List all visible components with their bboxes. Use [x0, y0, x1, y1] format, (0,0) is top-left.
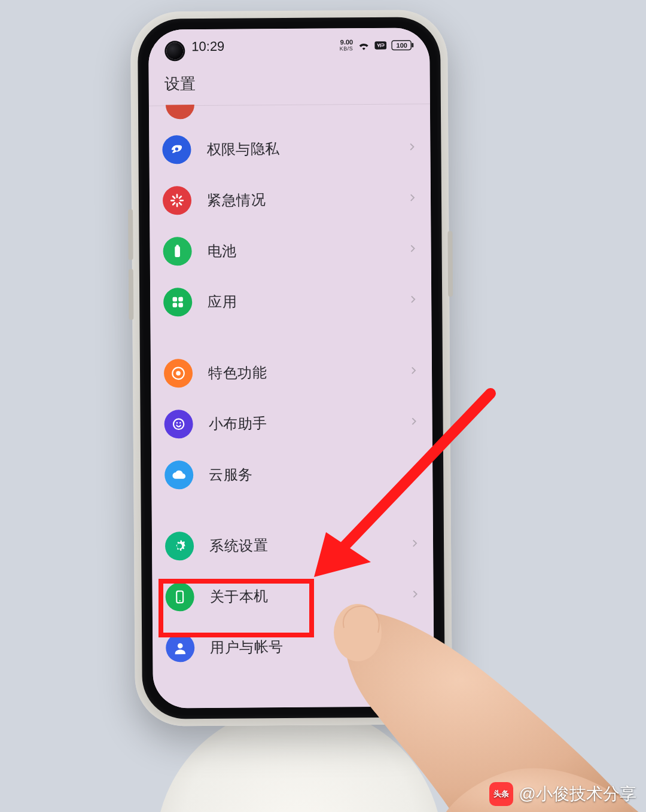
user-icon [166, 633, 194, 662]
svg-point-3 [175, 147, 178, 150]
volume-up-button [128, 209, 133, 260]
settings-item-label: 用户与帐号 [210, 636, 410, 657]
settings-item-label: 小布助手 [209, 413, 409, 433]
svg-point-16 [179, 600, 181, 601]
network-speed-indicator: 9.00 KB/S [340, 39, 354, 52]
cloud-icon [164, 460, 193, 489]
settings-item-accounts[interactable]: 用户与帐号 [153, 620, 434, 673]
settings-item-label: 关于本机 [210, 585, 410, 606]
chevron-right-icon [408, 365, 419, 378]
svg-rect-5 [176, 245, 178, 246]
svg-rect-9 [178, 303, 183, 307]
assistant-icon [164, 410, 193, 438]
chevron-right-icon [406, 141, 417, 154]
svg-point-17 [178, 643, 183, 648]
apps-icon [163, 288, 192, 316]
watermark-text: @小俊技术分享 [519, 783, 636, 805]
settings-item-label: 电池 [208, 240, 407, 260]
chevron-right-icon [407, 294, 418, 307]
settings-item-system[interactable]: 系统设置 [152, 518, 434, 571]
settings-item-apps[interactable]: 应用 [150, 274, 432, 327]
chevron-right-icon [407, 243, 418, 256]
watermark: 头条 @小俊技术分享 [489, 782, 636, 806]
battery-icon: 100 [391, 40, 414, 51]
settings-item-about[interactable]: 关于本机 [152, 569, 434, 622]
svg-point-12 [173, 419, 184, 429]
chevron-right-icon [409, 538, 420, 551]
settings-item-breeno[interactable]: 小布助手 [151, 396, 432, 449]
chevron-right-icon [409, 416, 419, 429]
settings-item-cloud[interactable]: 云服务 [151, 447, 433, 500]
settings-item-battery[interactable]: 电池 [150, 224, 431, 276]
svg-rect-8 [173, 303, 178, 307]
privacy-icon [162, 135, 191, 164]
watermark-badge-icon: 头条 [489, 782, 513, 806]
emergency-icon [163, 186, 191, 215]
phone-screen[interactable]: 10:29 9.00 KB/S [148, 28, 434, 708]
chevron-right-icon [410, 588, 420, 602]
svg-rect-6 [172, 297, 177, 301]
status-time: 10:29 [191, 39, 224, 54]
settings-item-label: 权限与隐私 [206, 138, 406, 158]
previous-item-peek [162, 105, 417, 120]
svg-point-14 [179, 422, 181, 423]
battery-icon [163, 237, 191, 265]
settings-item-emergency[interactable]: 紧急情况 [150, 173, 431, 225]
svg-rect-4 [175, 246, 180, 257]
settings-item-label: 云服务 [209, 463, 409, 484]
settings-item-features[interactable]: 特色功能 [151, 346, 432, 398]
vpn-badge-icon [374, 41, 386, 50]
settings-list[interactable]: 权限与隐私 紧急情况 [149, 104, 434, 673]
chevron-right-icon [407, 192, 418, 205]
chevron-right-icon [409, 466, 419, 480]
svg-point-13 [176, 422, 178, 423]
svg-rect-7 [178, 297, 183, 301]
settings-item-label: 特色功能 [208, 362, 408, 382]
volume-down-button [129, 269, 134, 320]
wifi-icon [358, 41, 370, 50]
power-button [447, 231, 453, 297]
phone-bezel: 10:29 9.00 KB/S [138, 17, 445, 719]
features-icon [164, 359, 193, 387]
photo-background: 10:29 9.00 KB/S [0, 0, 646, 812]
about-device-icon [165, 582, 194, 611]
page-title: 设置 [148, 62, 429, 105]
gear-icon [165, 532, 194, 560]
phone-body: 10:29 9.00 KB/S [130, 10, 452, 726]
settings-item-label: 系统设置 [209, 535, 409, 555]
settings-item-privacy[interactable]: 权限与隐私 [149, 122, 431, 175]
settings-item-label: 应用 [208, 291, 407, 311]
chevron-right-icon [410, 639, 420, 652]
svg-point-11 [176, 371, 181, 376]
status-bar: 10:29 9.00 KB/S [148, 28, 429, 64]
settings-item-label: 紧急情况 [207, 189, 407, 209]
